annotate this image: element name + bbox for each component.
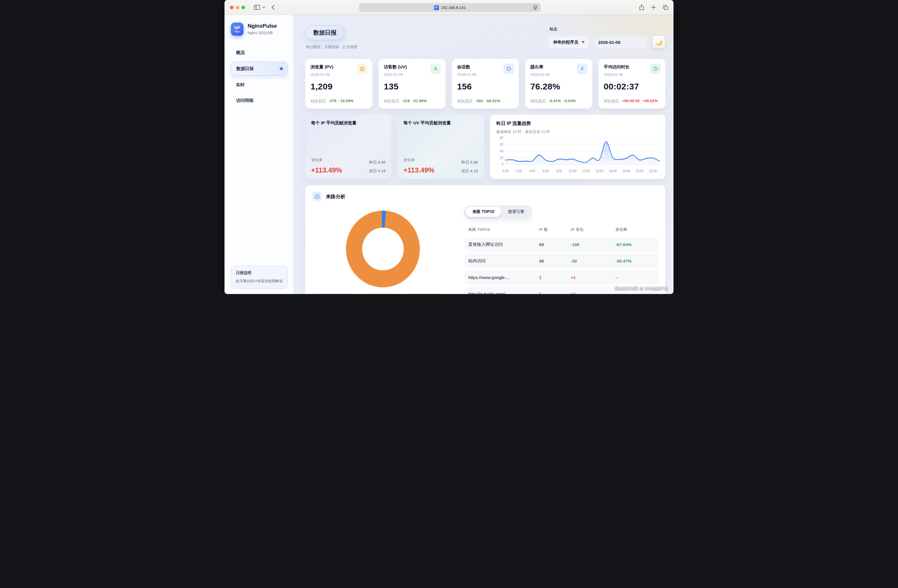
column-header: 来路 TOP10	[468, 227, 539, 232]
stat-value: 156	[457, 81, 514, 91]
sidebar-item-label: 数据日报	[236, 66, 254, 72]
change-value: +113.49%	[403, 166, 434, 174]
traffic-trend-card: 昨日 IP 流量趋势 最高峰是 15 时，最低谷是 12 时 020406080…	[490, 115, 666, 179]
theme-toggle-button[interactable]: 🌙	[652, 35, 666, 49]
sidebar-item-label: 实时	[236, 82, 245, 88]
svg-text:18:00: 18:00	[623, 169, 630, 173]
delta-percent: +49.52%	[642, 99, 658, 104]
ip-count: 1	[539, 275, 571, 280]
delta-absolute: -276	[329, 99, 337, 104]
app-subtitle: Nginx 访问分析	[248, 30, 277, 35]
referrer-donut-chart	[346, 210, 420, 287]
user-icon	[430, 63, 441, 74]
zoom-button[interactable]	[241, 6, 245, 9]
ip-trend-line-chart: 020406080 0:002:004:006:008:0010:0012:00…	[496, 135, 661, 175]
legend-pill[interactable]: 直接访问	[360, 293, 401, 294]
site-label: 站点	[550, 26, 666, 32]
note-title: 日报说明	[236, 270, 283, 276]
svg-text:6:00: 6:00	[543, 169, 549, 173]
sidebar-toggle-icon[interactable]	[254, 5, 260, 10]
ip-change: -186	[571, 242, 615, 247]
donut-legend: 搜索引擎直接访问外部链接	[311, 293, 458, 294]
stat-value: 76.28%	[530, 81, 587, 91]
stat-value: 1,209	[311, 81, 367, 91]
column-header: IP 变化	[571, 227, 615, 232]
share-icon[interactable]	[639, 4, 644, 11]
svg-text:8:00: 8:00	[556, 169, 562, 173]
stat-delta: 对比前日 -303 -66.01%	[457, 99, 500, 104]
change-rate: –	[615, 275, 655, 280]
app-logo-icon: NP	[231, 23, 243, 36]
tab-1[interactable]: 搜索引擎	[501, 207, 531, 217]
legend-pill[interactable]: 搜索引擎	[311, 293, 356, 294]
reader-view-icon[interactable]	[533, 5, 538, 11]
url-text: 192.168.6.131	[441, 6, 466, 10]
svg-text:10:00: 10:00	[569, 169, 577, 173]
chevron-down-icon[interactable]	[262, 6, 265, 8]
svg-text:20:00: 20:00	[636, 169, 643, 173]
window-controls	[230, 6, 245, 9]
logo-initials: NP	[234, 25, 240, 30]
stat-delta: 对比前日 -276 -18.59%	[311, 99, 354, 104]
svg-text:0: 0	[501, 162, 503, 166]
sidebar-item-3[interactable]: 访问明细	[231, 94, 288, 107]
sidebar-note-card: 日报说明 按天聚合统计并提供趋势解读	[231, 266, 288, 289]
change-label: 变化率	[311, 158, 322, 163]
compare-label: 对比前日	[457, 99, 473, 104]
active-indicator-dot	[280, 67, 283, 70]
line-chart-svg: 020406080 0:002:004:006:008:0010:0012:00…	[496, 135, 661, 175]
stat-delta: 对比前日 -0.41% -0.53%	[530, 99, 576, 104]
tab-0[interactable]: 来路 TOP10	[466, 207, 501, 217]
back-icon[interactable]	[272, 5, 275, 10]
delta-absolute: -303	[475, 99, 483, 104]
delta-percent: -18.59%	[339, 99, 354, 104]
sidebar-item-0[interactable]: 概况	[231, 46, 288, 59]
clock-icon	[650, 63, 661, 74]
delta-percent: -61.86%	[412, 99, 427, 104]
select-caret-icon	[582, 41, 584, 43]
tab-overview-icon[interactable]	[663, 5, 668, 10]
delta-absolute: -219	[402, 99, 410, 104]
svg-text:2:00: 2:00	[516, 169, 522, 173]
table-row: 直接输入网址访问 89 -186 -67.64%	[464, 237, 658, 252]
app-title: NginxPulse	[248, 23, 277, 29]
address-bar[interactable]: 192.168.6.131	[359, 3, 541, 12]
svg-text:12:00: 12:00	[582, 169, 590, 173]
pulse-line-icon	[234, 31, 240, 33]
svg-text:4:00: 4:00	[529, 169, 535, 173]
date-input[interactable]: 2026-01-08	[593, 36, 647, 48]
sidebar-item-2[interactable]: 实时	[231, 78, 288, 91]
site-favicon-pulse-icon	[434, 5, 439, 10]
delta-percent: -0.53%	[564, 99, 576, 104]
svg-text:40: 40	[500, 149, 503, 153]
compass-icon	[312, 192, 322, 201]
sidebar-nav: 概况数据日报实时访问明细	[231, 46, 288, 107]
new-tab-icon[interactable]	[651, 5, 656, 10]
change-label: 变化率	[403, 158, 415, 163]
document-icon	[357, 63, 368, 74]
site-select-value: 神奇的程序员	[553, 40, 578, 45]
column-header: 变化率	[615, 227, 655, 232]
svg-text:22:00: 22:00	[649, 169, 657, 173]
runner-icon	[577, 63, 587, 74]
svg-text:20: 20	[500, 155, 503, 160]
ip-count: 89	[539, 242, 571, 247]
stat-value: 135	[384, 81, 440, 91]
site-select[interactable]: 神奇的程序员	[549, 36, 589, 48]
referrer-name: https://www.google....	[468, 275, 539, 280]
compare-label: 对比前日	[384, 99, 399, 104]
sidebar-item-1[interactable]: 数据日报	[231, 62, 288, 75]
close-button[interactable]	[230, 6, 234, 9]
ip-count: 46	[539, 258, 571, 263]
change-rate: –	[615, 292, 655, 294]
referrer-table-header: 来路 TOP10IP 数IP 变化变化率	[464, 227, 658, 232]
prev-day-value: 前日 4.19	[461, 169, 478, 174]
sidebar-item-label: 概况	[236, 50, 245, 55]
yesterday-value: 昨日 8.96	[461, 160, 478, 165]
change-rate: -39.47%	[615, 258, 655, 263]
main-area: 数据日报 每日概览 · 关键指标 · 行为洞察 站点 神奇的程序员 2026-0…	[294, 15, 674, 294]
legend-pill[interactable]: 外部链接	[405, 293, 446, 294]
yesterday-value: 昨日 8.96	[369, 160, 386, 165]
minimize-button[interactable]	[236, 6, 239, 9]
delta-absolute: -0.41%	[549, 99, 561, 104]
